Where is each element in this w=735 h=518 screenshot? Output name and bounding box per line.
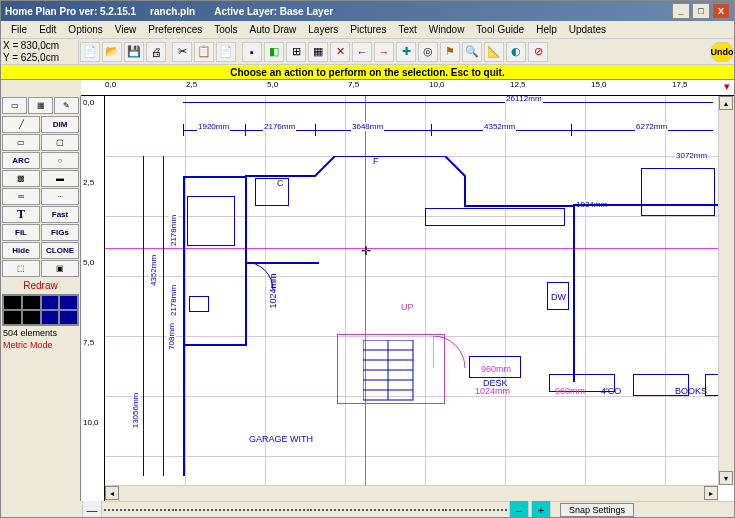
swatch-black4[interactable] xyxy=(22,310,41,325)
swatch-blue2[interactable] xyxy=(59,295,78,310)
tool-e-icon[interactable]: ✕ xyxy=(330,42,350,62)
tool-hatch-icon[interactable]: ▩ xyxy=(2,170,40,187)
tool-wall-icon[interactable]: ▬ xyxy=(41,170,79,187)
tool-circle-icon[interactable]: ○ xyxy=(41,152,79,169)
tool-line-icon[interactable]: ╱ xyxy=(2,116,40,133)
scrollbar-vertical[interactable]: ▴ ▾ xyxy=(718,96,734,485)
label-1024l: 1024mm xyxy=(268,273,278,308)
noentry-icon[interactable]: ⊘ xyxy=(528,42,548,62)
tool-dim[interactable]: DIM xyxy=(41,116,79,133)
scrollbar-horizontal[interactable]: ◂ ▸ xyxy=(105,485,718,501)
dim-left-708: 708mm xyxy=(167,322,176,351)
label-960b: 960mm xyxy=(555,386,585,396)
menu-options[interactable]: Options xyxy=(62,22,108,37)
tool-a-icon[interactable]: ▪ xyxy=(242,42,262,62)
redraw-button[interactable]: Redraw xyxy=(1,278,80,293)
menu-text[interactable]: Text xyxy=(392,22,422,37)
menu-toolguide[interactable]: Tool Guide xyxy=(470,22,530,37)
ruler-vertical: 0,0 2,5 5,0 7,5 10,0 xyxy=(81,96,105,501)
tool-seg-icon[interactable]: ═ xyxy=(2,188,40,205)
scroll-down-icon[interactable]: ▾ xyxy=(719,471,733,485)
tool-clone[interactable]: CLONE xyxy=(41,242,79,259)
paint-icon[interactable]: ◐ xyxy=(506,42,526,62)
tool-select-icon[interactable]: ▭ xyxy=(2,97,27,114)
menu-layers[interactable]: Layers xyxy=(302,22,344,37)
cross-icon[interactable]: ✚ xyxy=(396,42,416,62)
tool-dots-icon[interactable]: ┄ xyxy=(41,188,79,205)
dim-left-2178: 2178mm xyxy=(169,214,178,247)
tool-figs[interactable]: FIGs xyxy=(41,224,79,241)
swatch-blue[interactable] xyxy=(41,295,60,310)
tool-fil[interactable]: FIL xyxy=(2,224,40,241)
menu-tools[interactable]: Tools xyxy=(208,22,243,37)
swatch-black3[interactable] xyxy=(3,310,22,325)
copy-icon[interactable]: 📋 xyxy=(194,42,214,62)
menu-window[interactable]: Window xyxy=(423,22,471,37)
ruler-marker-icon: ▾ xyxy=(724,80,730,93)
label-4co: 4'CO xyxy=(601,386,621,396)
tool-grid-icon[interactable]: ▦ xyxy=(28,97,53,114)
label-f: F xyxy=(373,156,379,166)
swatch-black[interactable] xyxy=(3,295,22,310)
arrow-left-icon[interactable]: ← xyxy=(352,42,372,62)
swatch-blue3[interactable] xyxy=(41,310,60,325)
save-icon[interactable]: 💾 xyxy=(124,42,144,62)
tool-text[interactable]: T xyxy=(2,206,40,223)
coord-display: X = 830,0cm Y = 625,0cm xyxy=(1,40,79,64)
tool-fast[interactable]: Fast xyxy=(41,206,79,223)
label-c: C xyxy=(277,178,284,188)
scroll-left-icon[interactable]: ◂ xyxy=(105,486,119,500)
close-button[interactable]: X xyxy=(712,3,730,19)
menu-updates[interactable]: Updates xyxy=(563,22,612,37)
tool-arc[interactable]: ARC xyxy=(2,152,40,169)
undo-button[interactable]: Undo xyxy=(711,42,733,62)
menu-edit[interactable]: Edit xyxy=(33,22,62,37)
cursor-crosshair-icon: ✛ xyxy=(361,244,371,258)
minimize-button[interactable]: _ xyxy=(672,3,690,19)
tool-misc1-icon[interactable]: ⬚ xyxy=(2,260,40,277)
selection-prompt: Choose an action to perform on the selec… xyxy=(1,65,734,80)
print-icon[interactable]: 🖨 xyxy=(146,42,166,62)
cut-icon[interactable]: ✂ xyxy=(172,42,192,62)
measure-icon[interactable]: 📐 xyxy=(484,42,504,62)
tool-d-icon[interactable]: ▦ xyxy=(308,42,328,62)
menu-pictures[interactable]: Pictures xyxy=(344,22,392,37)
maximize-button[interactable]: □ xyxy=(692,3,710,19)
linestyle-1[interactable]: — xyxy=(82,500,102,519)
dim-2176: 2176mm xyxy=(263,122,296,131)
linestyle-bar: — – + Snap Settings xyxy=(81,501,734,517)
target-icon[interactable]: ◎ xyxy=(418,42,438,62)
flag-icon[interactable]: ⚑ xyxy=(440,42,460,62)
tool-palette: ▭ ▦ ✎ ╱ DIM ▭ ▢ ARC ○ ▩ ▬ ═ ┄ T Fast FIL… xyxy=(1,96,81,501)
tool-b-icon[interactable]: ◧ xyxy=(264,42,284,62)
tool-rect-icon[interactable]: ▭ xyxy=(2,134,40,151)
element-count: 504 elements xyxy=(1,327,80,339)
tool-misc2-icon[interactable]: ▣ xyxy=(41,260,79,277)
snap-settings-button[interactable]: Snap Settings xyxy=(560,503,634,517)
tool-hide[interactable]: Hide xyxy=(2,242,40,259)
open-icon[interactable]: 📂 xyxy=(102,42,122,62)
paste-icon[interactable]: 📄 xyxy=(216,42,236,62)
tool-c-icon[interactable]: ⊞ xyxy=(286,42,306,62)
menu-view[interactable]: View xyxy=(109,22,143,37)
tool-rect2-icon[interactable]: ▢ xyxy=(41,134,79,151)
tool-brush-icon[interactable]: ✎ xyxy=(54,97,79,114)
snap-minus[interactable]: – xyxy=(509,500,529,519)
drawing-canvas[interactable]: 26112mm 1920mm 2176mm 3648mm 4352mm 6272… xyxy=(105,96,718,485)
swatch-blue4[interactable] xyxy=(59,310,78,325)
label-books: BOOKS xyxy=(675,386,707,396)
scroll-up-icon[interactable]: ▴ xyxy=(719,96,733,110)
menu-autodraw[interactable]: Auto Draw xyxy=(244,22,303,37)
menu-file[interactable]: File xyxy=(5,22,33,37)
find-icon[interactable]: 🔍 xyxy=(462,42,482,62)
dim-3648: 3648mm xyxy=(351,122,384,131)
snap-plus[interactable]: + xyxy=(531,500,551,519)
color-swatches[interactable] xyxy=(2,294,79,326)
menu-help[interactable]: Help xyxy=(530,22,563,37)
new-icon[interactable]: 📄 xyxy=(80,42,100,62)
scroll-right-icon[interactable]: ▸ xyxy=(704,486,718,500)
menu-preferences[interactable]: Preferences xyxy=(142,22,208,37)
arrow-right-icon[interactable]: → xyxy=(374,42,394,62)
dim-left-4352: 4352mm xyxy=(149,254,158,287)
swatch-black2[interactable] xyxy=(22,295,41,310)
